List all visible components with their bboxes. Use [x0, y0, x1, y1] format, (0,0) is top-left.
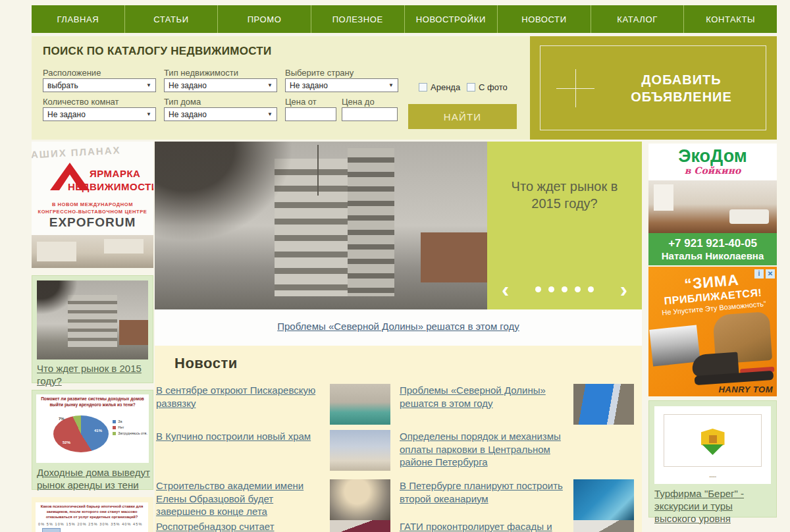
side-building [421, 232, 487, 283]
legend-label: Затрудняюсь отв. [118, 431, 147, 435]
chevron-down-icon: ▼ [267, 111, 273, 117]
carousel-slide-photo[interactable] [155, 142, 487, 309]
house-type-select[interactable]: Не задано ▼ [164, 107, 277, 121]
legend-swatch [113, 432, 116, 435]
add-listing-button[interactable]: ДОБАВИТЬ ОБЪЯВЛЕНИЕ [530, 36, 777, 140]
news-thumb[interactable] [573, 430, 634, 471]
rooms-select-value: Не задано [47, 110, 86, 119]
market-outlook-link[interactable]: Что ждет рынок в 2015 году? [37, 363, 149, 388]
with-photo-checkbox-label: С фото [479, 82, 508, 92]
price-from-input[interactable] [285, 107, 336, 121]
pie-value-label: 7% [59, 417, 65, 421]
fair-brand-line2: НЕДВИЖИМОСТИ [68, 181, 153, 192]
news-thumb[interactable] [573, 520, 634, 532]
news-section-title: Новости [174, 355, 238, 372]
news-thumb[interactable] [573, 479, 634, 520]
news-link[interactable]: Проблемы «Северной Долины» решатся в это… [400, 384, 568, 410]
bar-chart-image: Каков психологический барьер ипотечной с… [36, 502, 148, 532]
window-shape [654, 184, 673, 211]
building-shape [37, 242, 76, 261]
main-nav: ГЛАВНАЯ СТАТЬИ ПРОМО ПОЛЕЗНОЕ НОВОСТРОЙК… [32, 5, 777, 33]
nav-item-home[interactable]: ГЛАВНАЯ [32, 5, 124, 33]
chevron-down-icon: ▼ [267, 82, 273, 88]
search-panel-title: ПОИСК ПО КАТАЛОГУ НЕДВИЖИМОСТИ [43, 45, 272, 58]
ecodom-subtitle: в Сойкино [648, 165, 777, 176]
news-item: Роспотребнадзор считает необходимым [155, 520, 398, 532]
legend-swatch [113, 426, 116, 429]
nav-item-articles[interactable]: СТАТЬИ [124, 5, 218, 33]
rooms-select[interactable]: Не задано ▼ [43, 107, 156, 121]
rent-checkbox[interactable]: Аренда [419, 82, 460, 92]
winter-boots-ad[interactable]: i ✕ “ЗИМА ПРИБЛИЖАЕТСЯ! Не Упустите Эту … [648, 267, 777, 396]
news-link[interactable]: В сентябре откроют Пискаревскую развязку [156, 384, 325, 410]
news-thumb[interactable] [330, 479, 390, 520]
carousel-dot[interactable] [535, 286, 541, 292]
pie-value-label: 41% [94, 429, 102, 433]
news-link[interactable]: Роспотребнадзор считает необходимым [156, 520, 325, 532]
ecodom-ad[interactable]: ЭкоДом в Сойкино +7 921 921-40-05 Наталь… [648, 144, 777, 265]
carousel-caption-link[interactable]: Проблемы «Северной Долины» решатся в это… [155, 321, 642, 332]
pie-chart [53, 415, 109, 452]
ecodom-phone: +7 921 921-40-05 [648, 237, 777, 250]
fair-ad-subtitle-line1: В НОВОМ МЕЖДУНАРОДНОМ [32, 201, 153, 208]
fair-brand-line1: ЯРМАРКА [90, 168, 140, 179]
location-select-value: выбрать [47, 81, 78, 90]
checkbox-icon [419, 83, 427, 92]
carousel-dot[interactable] [575, 286, 581, 292]
logo-leaf-shape [702, 444, 724, 455]
expoforum-fair-ad[interactable]: НАШИХ ПЛАНАХ ЯРМАРКА НЕДВИЖИМОСТИ В НОВО… [32, 142, 153, 268]
carousel-dot[interactable] [588, 286, 594, 292]
carousel-dot[interactable] [548, 286, 554, 292]
find-button[interactable]: НАЙТИ [408, 104, 517, 129]
bereg-link[interactable]: Турфирма "Берег" - экскурсии и туры высо… [654, 488, 772, 525]
ecodom-brand: ЭкоДом [648, 146, 777, 167]
news-thumb[interactable] [330, 430, 390, 471]
hiking-boot-image [689, 311, 777, 390]
rooms-label: Количество комнат [43, 97, 119, 107]
news-section: Новости В сентябре откроют Пискаревскую … [155, 346, 642, 532]
bar-chart-axis: 0% 5% 10% 15% 20% 25% 30% 35% 40% 45% [38, 522, 147, 526]
carousel-headline[interactable]: Что ждет рынок в 2015 году? [502, 178, 627, 212]
poll-pie-widget: Поможет ли развитие системы доходных дом… [32, 390, 153, 490]
pie-value-label: 52% [63, 440, 70, 444]
bar-chart-title: Каков психологический барьер ипотечной с… [37, 504, 147, 519]
construction-photo-thumb[interactable] [37, 280, 148, 359]
carousel-dot[interactable] [562, 286, 567, 292]
news-link[interactable]: Определены порядок и механизмы оплаты па… [400, 430, 568, 469]
legend-label: За [118, 419, 122, 423]
location-select[interactable]: выбрать ▼ [43, 78, 156, 92]
news-thumb[interactable] [330, 384, 390, 425]
winter-ad-brand: HANRY TOM [718, 385, 773, 394]
nav-item-news[interactable]: НОВОСТИ [497, 5, 591, 33]
pie-chart-image: Поможет ли развитие системы доходных дом… [36, 394, 149, 463]
nav-item-catalog[interactable]: КАТАЛОГ [591, 5, 684, 33]
property-type-select-value: Не задано [169, 81, 207, 90]
location-label: Расположение [43, 68, 101, 78]
news-link[interactable]: ГАТИ проконтролирует фасады и крыши [400, 520, 568, 532]
tree-silhouette [155, 142, 300, 247]
rental-market-article-link[interactable]: Доходные дома выведут рынок аренды из те… [37, 467, 150, 492]
news-thumb[interactable] [330, 520, 390, 532]
nav-item-contacts[interactable]: КОНТАКТЫ [683, 5, 777, 33]
property-type-label: Тип недвижимости [164, 68, 238, 78]
news-link[interactable]: Строительство академии имени Елены Образ… [156, 479, 325, 518]
country-select[interactable]: Не задано ▼ [285, 78, 398, 92]
poll-bar-widget: Каков психологический барьер ипотечной с… [32, 497, 153, 532]
checkbox-icon [467, 83, 475, 92]
price-to-input[interactable] [342, 107, 398, 121]
chevron-down-icon: ▼ [146, 111, 151, 117]
fair-ad-subtitle-line2: КОНГРЕССНО-ВЫСТАВОЧНОМ ЦЕНТРЕ [32, 208, 153, 215]
news-link[interactable]: В Купчино построили новый храм [156, 430, 325, 443]
news-thumb[interactable] [573, 384, 634, 425]
nav-item-useful[interactable]: ПОЛЕЗНОЕ [311, 5, 404, 33]
property-type-select[interactable]: Не задано ▼ [164, 78, 277, 92]
carousel-caption-strip: Проблемы «Северной Долины» решатся в это… [155, 309, 642, 346]
fair-ad-photo [32, 235, 153, 268]
news-item: В Петербурге планируют построить второй … [398, 479, 642, 525]
nav-item-newbuildings[interactable]: НОВОСТРОЙКИ [404, 5, 498, 33]
news-link[interactable]: В Петербурге планируют построить второй … [400, 479, 568, 505]
crane-silhouette [317, 145, 319, 196]
nav-item-promo[interactable]: ПРОМО [217, 5, 311, 33]
with-photo-checkbox[interactable]: С фото [467, 82, 508, 92]
bereg-certificate-image[interactable]: ▪▪▪▪▪ [654, 406, 771, 484]
